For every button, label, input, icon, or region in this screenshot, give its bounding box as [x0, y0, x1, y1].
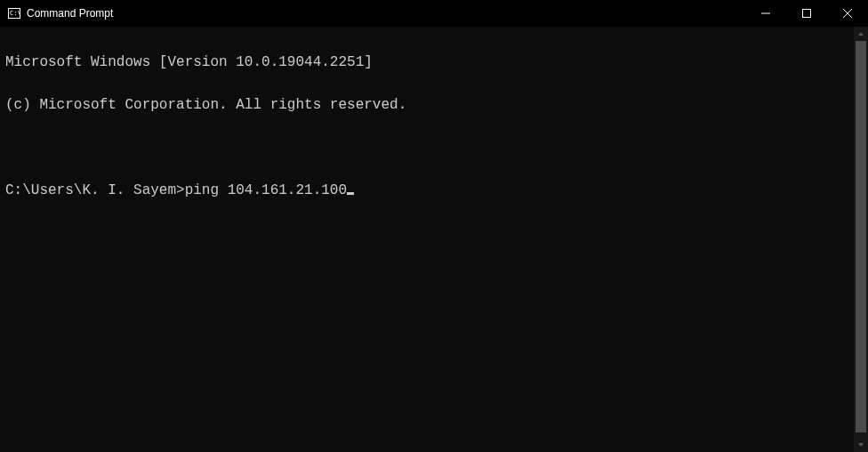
minimize-button[interactable]: [745, 0, 786, 27]
app-icon: C:\: [7, 6, 21, 20]
terminal-line: (c) Microsoft Corporation. All rights re…: [5, 98, 854, 112]
svg-marker-7: [858, 443, 864, 447]
typed-command: ping 104.161.21.100: [185, 182, 347, 198]
close-button[interactable]: [827, 0, 868, 27]
client-area: Microsoft Windows [Version 10.0.19044.22…: [0, 27, 868, 452]
terminal-line: Microsoft Windows [Version 10.0.19044.22…: [5, 55, 854, 69]
svg-marker-6: [858, 32, 864, 36]
window-title: Command Prompt: [27, 7, 113, 20]
maximize-button[interactable]: [786, 0, 827, 27]
scroll-up-button[interactable]: [854, 27, 868, 41]
svg-text:C:\: C:\: [10, 10, 21, 17]
terminal-output[interactable]: Microsoft Windows [Version 10.0.19044.22…: [0, 27, 854, 452]
terminal-line: [5, 141, 854, 155]
command-prompt-window: C:\ Command Prompt Microsoft Windows [Ve…: [0, 0, 868, 452]
scroll-thumb[interactable]: [856, 41, 866, 432]
prompt-path: C:\Users\K. I. Sayem>: [5, 182, 185, 198]
window-controls: [745, 0, 868, 27]
text-cursor: [347, 192, 354, 195]
titlebar[interactable]: C:\ Command Prompt: [0, 0, 868, 27]
svg-rect-3: [803, 10, 811, 18]
terminal-prompt-line: C:\Users\K. I. Sayem>ping 104.161.21.100: [5, 183, 854, 198]
scroll-down-button[interactable]: [854, 438, 868, 452]
vertical-scrollbar[interactable]: [854, 27, 868, 452]
